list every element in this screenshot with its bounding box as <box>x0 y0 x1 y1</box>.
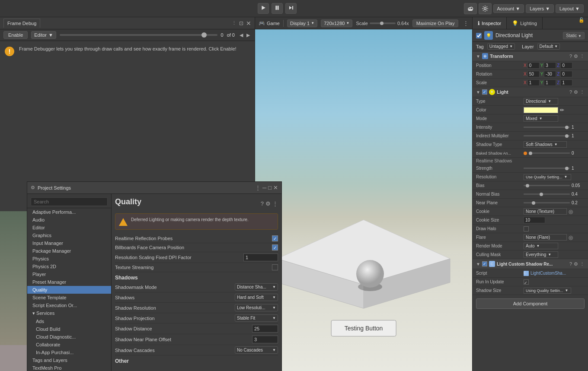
sidebar-item-editor[interactable]: Editor <box>27 224 111 231</box>
quality-settings-icon[interactable]: ⚙ <box>265 200 271 207</box>
scale-x[interactable] <box>527 79 540 86</box>
sidebar-item-scene-template[interactable]: Scene Template <box>27 294 111 301</box>
culling-mask-dropdown[interactable]: Everything <box>524 251 558 258</box>
billboards-checkbox[interactable]: ✓ <box>272 244 278 251</box>
sidebar-item-player[interactable]: Player <box>27 270 111 278</box>
sidebar-item-script-execution[interactable]: Script Execution Or... <box>27 301 111 309</box>
tab-lighting[interactable]: 💡 Lighting <box>507 17 543 29</box>
resolution-dropdown[interactable]: Use Quality Setting... <box>524 174 571 180</box>
light-mode-dropdown[interactable]: Mixed <box>524 115 558 122</box>
lock-icon[interactable]: 🔓 <box>578 17 588 29</box>
shadows-dropdown[interactable]: Hard and Soft <box>235 294 278 301</box>
baked-shadow-slider[interactable] <box>529 152 570 154</box>
normal-bias-slider[interactable] <box>524 193 570 195</box>
scale-slider[interactable] <box>370 22 396 24</box>
resolution-scaling-input[interactable] <box>243 254 278 261</box>
editor-dropdown[interactable]: Editor ▼ <box>31 31 56 39</box>
frame-debug-tab[interactable]: Frame Debug <box>3 19 40 28</box>
layers-button[interactable]: Layers ▼ <box>526 4 554 13</box>
run-in-update-checkbox[interactable] <box>524 279 529 285</box>
sidebar-item-cloud-diagnostics[interactable]: Cloud Diagnostic... <box>27 333 111 341</box>
light-custom-help-icon[interactable]: ? <box>569 261 572 267</box>
color-picker-icon[interactable]: ✏ <box>560 107 564 113</box>
position-z[interactable] <box>560 62 572 69</box>
cookie-target-icon[interactable]: ◎ <box>569 209 573 215</box>
light-menu-icon[interactable]: ⋮ <box>580 89 585 95</box>
ps-close-icon[interactable]: ✕ <box>273 184 278 191</box>
shadowmask-dropdown[interactable]: Distance Sha... <box>235 283 278 291</box>
light-settings-icon[interactable]: ⚙ <box>574 89 578 95</box>
transform-component-header[interactable]: ▼ ⊕ Transform ? ⚙ ⋮ <box>473 51 588 61</box>
light-help-icon[interactable]: ? <box>569 89 572 95</box>
rotation-y[interactable] <box>544 71 556 77</box>
add-component-button[interactable]: Add Component <box>476 298 585 309</box>
light-component-header[interactable]: ▼ ✓ ✦ Light ? ⚙ ⋮ <box>473 87 588 97</box>
ps-minimize-icon[interactable]: ─ <box>262 184 266 191</box>
frame-slider[interactable] <box>60 34 217 36</box>
quality-menu-icon[interactable]: ⋮ <box>272 200 278 207</box>
sidebar-item-input-manager[interactable]: Input Manager <box>27 239 111 247</box>
search-input[interactable] <box>31 197 108 206</box>
position-x[interactable] <box>527 62 540 69</box>
game-tab[interactable]: 🎮 Game <box>259 20 280 26</box>
intensity-slider[interactable] <box>524 127 570 128</box>
shadow-cascades-dropdown[interactable]: No Cascades <box>235 346 278 354</box>
tag-dropdown[interactable]: Untagged <box>487 43 515 50</box>
quality-help-icon[interactable]: ? <box>261 200 264 207</box>
light-enabled-checkbox[interactable]: ✓ <box>482 89 487 95</box>
render-mode-dropdown[interactable]: Auto <box>524 243 558 249</box>
shadow-size-dropdown[interactable]: Using Quality Settin... <box>524 288 571 294</box>
texture-streaming-checkbox[interactable] <box>272 264 278 270</box>
sidebar-item-quality[interactable]: Quality <box>27 286 111 294</box>
strength-slider[interactable] <box>524 168 570 169</box>
sidebar-item-preset-manager[interactable]: Preset Manager <box>27 278 111 286</box>
light-custom-menu-icon[interactable]: ⋮ <box>580 261 585 267</box>
ps-maximize-icon[interactable]: □ <box>268 184 272 191</box>
light-custom-checkbox[interactable]: ✓ <box>482 261 487 266</box>
sidebar-item-physics[interactable]: Physics <box>27 255 111 263</box>
transform-menu-icon[interactable]: ⋮ <box>580 54 585 59</box>
static-badge[interactable]: Static ▼ <box>563 32 585 39</box>
testing-button[interactable]: Testing Button <box>331 320 396 336</box>
scale-y[interactable] <box>544 79 556 86</box>
maximize-on-play-button[interactable]: Maximize On Play <box>412 19 459 27</box>
next-frame-btn[interactable]: ▶ <box>245 32 251 38</box>
indirect-mult-slider[interactable] <box>524 135 570 136</box>
enable-button[interactable]: Enable <box>3 31 28 39</box>
sidebar-item-collaborate[interactable]: Collaborate <box>27 341 111 349</box>
near-plane-slider[interactable] <box>524 202 570 203</box>
shadow-distance-input[interactable] <box>252 325 278 333</box>
sidebar-item-audio[interactable]: Audio <box>27 216 111 224</box>
pause-button[interactable] <box>272 3 283 14</box>
ps-menu-icon[interactable]: ⋮ <box>255 184 261 191</box>
layout-button[interactable]: Layout ▼ <box>556 4 584 13</box>
account-button[interactable]: Account ▼ <box>493 4 524 13</box>
sidebar-item-tags-layers[interactable]: Tags and Layers <box>27 356 111 364</box>
tab-inspector[interactable]: ℹ Inspector <box>473 17 507 29</box>
sidebar-item-cloud-build[interactable]: Cloud Build <box>27 325 111 333</box>
sidebar-item-graphics[interactable]: Graphics <box>27 231 111 239</box>
tab-menu-icon[interactable]: ⋮ <box>232 20 236 26</box>
sidebar-item-physics-2d[interactable]: Physics 2D <box>27 263 111 270</box>
sidebar-item-adaptive-performance[interactable]: Adaptive Performa... <box>27 208 111 216</box>
light-color-swatch[interactable] <box>524 107 558 113</box>
scale-z[interactable] <box>560 79 572 86</box>
prev-frame-btn[interactable]: ◀ <box>238 32 244 38</box>
draw-halo-checkbox[interactable] <box>524 226 529 231</box>
light-custom-settings-icon[interactable]: ⚙ <box>574 261 578 267</box>
step-button[interactable] <box>285 3 297 14</box>
rotation-x[interactable] <box>527 71 540 77</box>
flare-target-icon[interactable]: ◎ <box>569 235 573 241</box>
bias-slider[interactable] <box>524 185 570 186</box>
light-custom-shadow-header[interactable]: ▼ ✓ C Light Custom Shadow Re... ? ⚙ ⋮ <box>473 259 588 269</box>
cloud-icon-btn[interactable] <box>464 3 477 14</box>
sidebar-item-textmesh[interactable]: TextMesh Pro <box>27 364 111 371</box>
transform-help-icon[interactable]: ? <box>569 54 572 59</box>
settings-icon-btn[interactable] <box>479 3 492 14</box>
layer-dropdown[interactable]: Default <box>537 43 560 50</box>
realtime-reflection-checkbox[interactable]: ✓ <box>272 235 278 241</box>
cookie-size-input[interactable] <box>524 217 545 223</box>
transform-settings-icon[interactable]: ⚙ <box>574 54 578 59</box>
tab-pin-icon[interactable]: ⊡ <box>239 20 243 26</box>
position-y[interactable] <box>544 62 556 69</box>
